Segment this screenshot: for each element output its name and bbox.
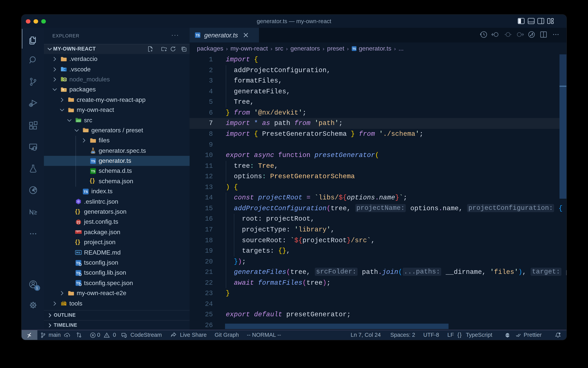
svg-text:TS: TS [92,151,94,153]
svg-text:TS: TS [84,190,88,194]
svg-text:TS: TS [91,159,95,163]
svg-text:JS: JS [64,79,66,81]
svg-text:TS: TS [91,170,95,173]
svg-text:TS: TS [196,34,200,37]
svg-text:TS: TS [352,47,356,50]
svg-text:</>: </> [77,120,80,122]
